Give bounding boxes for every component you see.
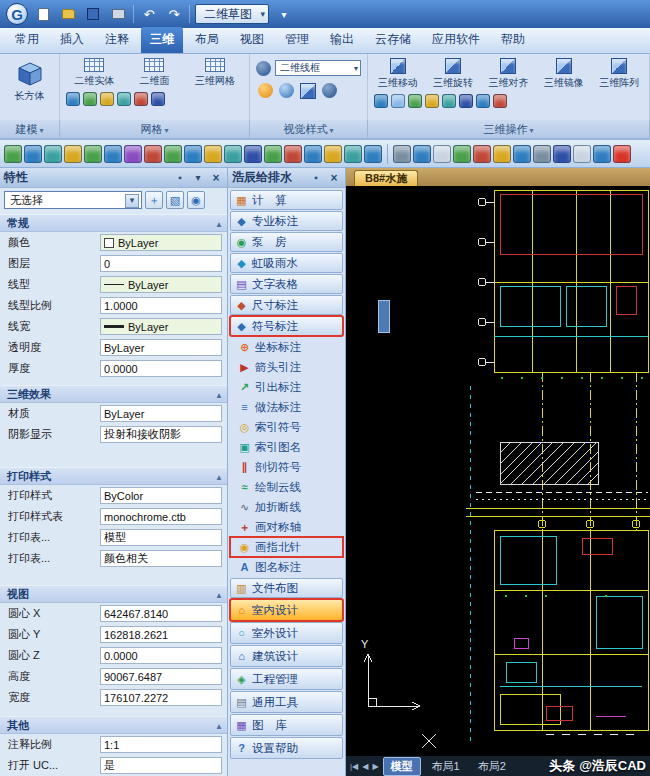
property-value[interactable]: 642467.8140: [100, 605, 222, 622]
tab-model[interactable]: 模型: [383, 757, 421, 776]
collapse-icon[interactable]: [215, 588, 223, 600]
menu-group-pro-annotation[interactable]: ◆专业标注: [230, 211, 343, 231]
menu-item-symmetry-axis[interactable]: ＋画对称轴: [230, 517, 343, 537]
ribbon-tab[interactable]: 布局: [186, 27, 228, 53]
tool-icon[interactable]: [134, 92, 148, 106]
tool-icon[interactable]: [374, 94, 388, 108]
property-value[interactable]: 0: [100, 255, 222, 272]
tool-icon[interactable]: [408, 94, 422, 108]
tool-icon[interactable]: [453, 145, 471, 163]
tool-icon[interactable]: [224, 145, 242, 163]
3d-mirror-button[interactable]: 三维镜像: [537, 58, 591, 90]
ribbon-tab[interactable]: 云存储: [366, 27, 420, 53]
menu-group-text-table[interactable]: ▤文字表格: [230, 274, 343, 294]
section-header-misc[interactable]: 其他: [0, 716, 227, 734]
tool-icon[interactable]: [433, 145, 451, 163]
first-tab-icon[interactable]: [350, 762, 358, 771]
property-value[interactable]: ByLayer: [100, 234, 222, 251]
section-header-view[interactable]: 视图: [0, 585, 227, 603]
tool-icon[interactable]: [391, 94, 405, 108]
property-value[interactable]: ByLayer: [100, 339, 222, 356]
property-value[interactable]: 颜色相关: [100, 550, 222, 567]
tool-icon[interactable]: [44, 145, 62, 163]
tool-icon[interactable]: [184, 145, 202, 163]
tool-icon[interactable]: [344, 145, 362, 163]
property-value[interactable]: 是: [100, 757, 222, 774]
3d-rotate-button[interactable]: 三维旋转: [426, 58, 480, 90]
tool-icon[interactable]: [151, 92, 165, 106]
ribbon-tab[interactable]: 帮助: [492, 27, 534, 53]
close-icon[interactable]: [327, 171, 341, 185]
close-icon[interactable]: [209, 171, 223, 185]
tool-icon[interactable]: [459, 94, 473, 108]
collapse-icon[interactable]: [215, 719, 223, 731]
tool-icon[interactable]: [513, 145, 531, 163]
undo-icon[interactable]: [139, 4, 159, 24]
menu-item-section-symbol[interactable]: ∥剖切符号: [230, 457, 343, 477]
3d-align-button[interactable]: 三维对齐: [481, 58, 535, 90]
ribbon-tab[interactable]: 插入: [51, 27, 93, 53]
2d-solid-button[interactable]: 二维实体: [64, 58, 124, 88]
property-value[interactable]: monochrome.ctb: [100, 508, 222, 525]
tab-layout1[interactable]: 布局1: [425, 758, 467, 775]
tool-icon[interactable]: [144, 145, 162, 163]
visual-style-dropdown[interactable]: 二维线框: [275, 60, 361, 76]
property-value[interactable]: 1:1: [100, 736, 222, 753]
property-value[interactable]: ByLayer: [100, 405, 222, 422]
group-label-mesh[interactable]: 网格: [60, 120, 250, 138]
tool-icon[interactable]: [304, 145, 322, 163]
shaded-style-icon[interactable]: [279, 83, 294, 98]
ribbon-tab[interactable]: 管理: [276, 27, 318, 53]
menu-big-architecture[interactable]: ⌂建筑设计: [230, 645, 343, 667]
tool-icon[interactable]: [493, 145, 511, 163]
menu-item-north-arrow[interactable]: ◉画指北针: [230, 537, 343, 557]
menu-big-exterior-design[interactable]: ○室外设计: [230, 622, 343, 644]
property-value[interactable]: 90067.6487: [100, 668, 222, 685]
customize-toolbar-icon[interactable]: [274, 4, 294, 24]
group-label-modeling[interactable]: 建模: [0, 120, 60, 138]
section-header-3d-effects[interactable]: 三维效果: [0, 385, 227, 403]
tool-icon[interactable]: [425, 94, 439, 108]
menu-group-siphon-rain[interactable]: ◆虹吸雨水: [230, 253, 343, 273]
tool-icon[interactable]: [24, 145, 42, 163]
select-objects-button[interactable]: ▧: [166, 191, 184, 209]
menu-big-general-tools[interactable]: ▤通用工具: [230, 691, 343, 713]
collapse-icon[interactable]: [215, 388, 223, 400]
tool-icon[interactable]: [473, 145, 491, 163]
tool-icon[interactable]: [66, 92, 80, 106]
tool-icon[interactable]: [533, 145, 551, 163]
menu-item-break-line[interactable]: ∿加折断线: [230, 497, 343, 517]
menu-group-file-layout[interactable]: ▥文件布图: [230, 578, 343, 598]
tab-layout2[interactable]: 布局2: [471, 758, 513, 775]
hidden-style-icon[interactable]: [322, 83, 337, 98]
toggle-pickadd-button[interactable]: ＋: [145, 191, 163, 209]
tool-icon[interactable]: [324, 145, 342, 163]
realistic-style-icon[interactable]: [258, 83, 273, 98]
tool-icon[interactable]: [284, 145, 302, 163]
property-value[interactable]: 1.0000: [100, 297, 222, 314]
drawing-canvas[interactable]: Y: [346, 186, 650, 756]
property-value[interactable]: 模型: [100, 529, 222, 546]
tool-icon[interactable]: [413, 145, 431, 163]
section-header-general[interactable]: 常规: [0, 214, 227, 232]
3d-mesh-button[interactable]: 三维网格: [185, 58, 245, 88]
tool-icon[interactable]: [164, 145, 182, 163]
tool-icon[interactable]: [84, 145, 102, 163]
tool-icon[interactable]: [264, 145, 282, 163]
menu-big-library[interactable]: ▦图 库: [230, 714, 343, 736]
tool-icon[interactable]: [393, 145, 411, 163]
menu-group-dimension[interactable]: ◆尺寸标注: [230, 295, 343, 315]
menu-item-coordinate[interactable]: ⊕坐标标注: [230, 337, 343, 357]
tool-icon[interactable]: [553, 145, 571, 163]
menu-big-interior-design[interactable]: ⌂室内设计: [230, 599, 343, 621]
property-value[interactable]: ByLayer: [100, 318, 222, 335]
new-file-icon[interactable]: [33, 4, 53, 24]
tool-icon[interactable]: [4, 145, 22, 163]
ribbon-tab-active[interactable]: 三维: [141, 27, 183, 53]
open-file-icon[interactable]: [58, 4, 78, 24]
pin-icon[interactable]: [173, 171, 187, 185]
ribbon-tab[interactable]: 常用: [6, 27, 48, 53]
property-value[interactable]: ByColor: [100, 487, 222, 504]
property-value[interactable]: 162818.2621: [100, 626, 222, 643]
file-tab[interactable]: B8#水施: [354, 170, 418, 186]
